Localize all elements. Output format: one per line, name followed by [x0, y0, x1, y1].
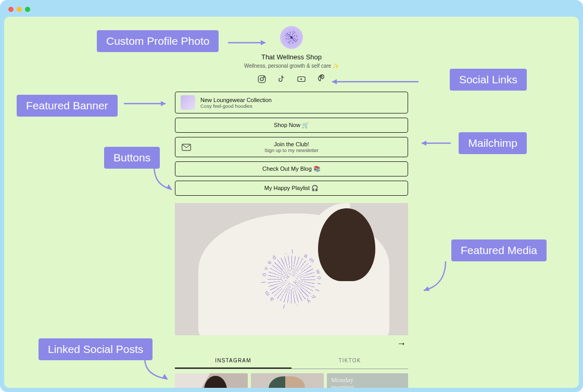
profile-page: That Wellness Shop Wellness, personal gr… — [175, 26, 408, 388]
link-blocks: New Loungewear Collection Cosy feel-good… — [175, 92, 408, 196]
svg-point-1 — [260, 78, 263, 81]
tab-tiktok[interactable]: TIKTOK — [292, 353, 408, 369]
page-viewport: That Wellness Shop Wellness, personal gr… — [4, 17, 579, 388]
avatar-center-icon — [290, 36, 293, 39]
pinterest-icon[interactable] — [316, 74, 326, 84]
youtube-icon[interactable] — [296, 74, 307, 84]
blog-button[interactable]: Check Out My Blog 📚 — [175, 161, 408, 176]
callout-profile-photo: Custom Profile Photo — [97, 30, 219, 52]
callout-featured-media: Featured Media — [451, 239, 547, 261]
profile-name: That Wellness Shop — [175, 53, 408, 61]
mail-title: Join the Club! — [181, 141, 402, 147]
playlist-button[interactable]: My Happy Playlist 🎧 — [175, 181, 408, 196]
post-thumbnail[interactable] — [251, 373, 324, 388]
media-next-button[interactable]: → — [175, 338, 408, 349]
banner-thumb-icon — [181, 95, 195, 110]
post-tile-text: morning — [331, 383, 354, 388]
social-links-row — [175, 74, 408, 84]
window-close-icon[interactable] — [8, 7, 14, 12]
callout-linked-posts: Linked Social Posts — [39, 338, 153, 360]
tab-instagram[interactable]: INSTAGRAM — [175, 353, 292, 369]
callout-social-links: Social Links — [450, 69, 527, 91]
tiktok-icon[interactable] — [276, 74, 287, 84]
window-minimize-icon[interactable] — [17, 7, 22, 12]
mailchimp-block[interactable]: Join the Club! Sign up to my newsletter — [175, 137, 408, 157]
mail-icon — [182, 144, 191, 151]
featured-banner[interactable]: New Loungewear Collection Cosy feel-good… — [175, 92, 408, 113]
mail-subtitle: Sign up to my newsletter — [181, 147, 402, 153]
callout-featured-banner: Featured Banner — [17, 95, 118, 117]
post-thumbnail[interactable] — [175, 373, 248, 388]
arrow-right-icon: → — [397, 338, 406, 349]
window-maximize-icon[interactable] — [25, 7, 30, 12]
profile-avatar[interactable] — [280, 26, 303, 49]
instagram-icon[interactable] — [257, 74, 267, 84]
post-thumbnail[interactable]: Monday morning — [327, 373, 408, 388]
svg-point-2 — [263, 77, 264, 78]
browser-window: That Wellness Shop Wellness, personal gr… — [0, 0, 583, 392]
hoodie-back-design: I am worthy . I am loved . — [222, 240, 362, 319]
shop-now-label: Shop Now 🛒 — [274, 122, 309, 129]
social-post-tabs: INSTAGRAM TIKTOK — [175, 353, 408, 369]
playlist-label: My Happy Playlist 🎧 — [264, 185, 319, 192]
banner-title: New Loungewear Collection — [200, 97, 272, 103]
callout-mailchimp: Mailchimp — [459, 132, 527, 154]
profile-tagline: Wellness, personal growth & self care ✨ — [175, 63, 408, 69]
featured-media[interactable]: I am worthy . I am loved . — [175, 203, 408, 335]
callout-buttons: Buttons — [104, 147, 160, 169]
social-post-grid: Monday morning — [175, 373, 408, 388]
banner-subtitle: Cosy feel-good hoodies — [200, 103, 272, 109]
shop-now-button[interactable]: Shop Now 🛒 — [175, 118, 408, 133]
blog-label: Check Out My Blog 📚 — [262, 166, 321, 172]
window-titlebar — [4, 4, 579, 15]
